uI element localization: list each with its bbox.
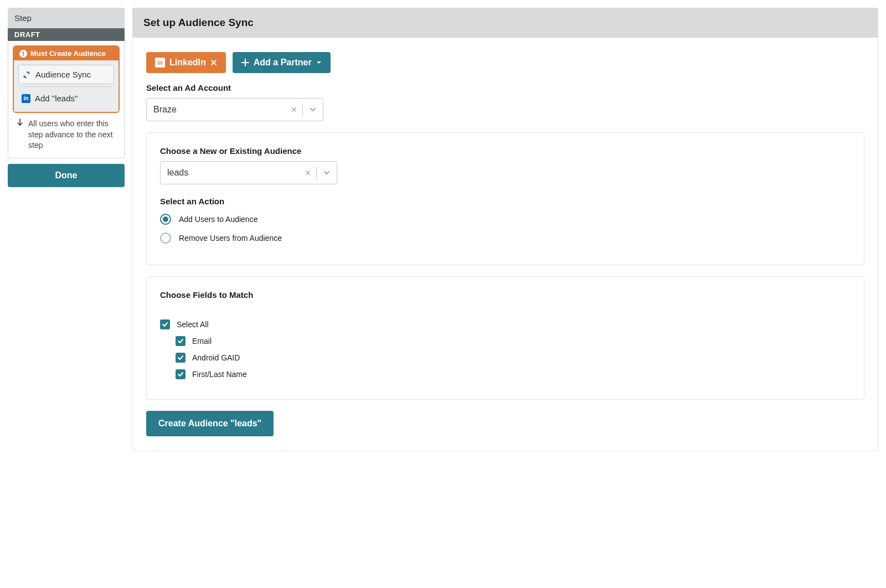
main-body: in LinkedIn Add a Partner Select a	[132, 38, 878, 451]
card-item-audience-sync[interactable]: Audience Sync	[18, 65, 114, 84]
checkbox-label: First/Last Name	[192, 370, 247, 379]
plus-icon	[241, 59, 249, 66]
card-warning: Must Create Audience	[14, 47, 119, 60]
checkbox-icon	[176, 353, 186, 363]
warning-icon	[19, 50, 27, 58]
checkbox-select-all[interactable]: Select All	[160, 319, 851, 329]
card-item-label: Audience Sync	[35, 70, 91, 79]
checkbox-android-gaid[interactable]: Android GAID	[176, 353, 851, 363]
radio-label: Remove Users from Audience	[179, 234, 282, 243]
step-note: All users who enter this step advance to…	[13, 113, 120, 153]
create-audience-button[interactable]: Create Audience "leads"	[146, 411, 274, 436]
fields-label: Choose Fields to Match	[160, 290, 851, 300]
clear-icon[interactable]: ×	[285, 104, 302, 116]
sync-icon	[22, 70, 31, 79]
audience-label: Choose a New or Existing Audience	[160, 146, 851, 156]
checkbox-icon	[176, 369, 186, 379]
audience-select[interactable]: leads ×	[160, 161, 337, 184]
partner-pill-linkedin[interactable]: in LinkedIn	[146, 52, 226, 73]
partner-row: in LinkedIn Add a Partner	[146, 52, 864, 73]
audience-panel: Choose a New or Existing Audience leads …	[146, 132, 864, 265]
step-card-container: Must Create Audience Audience Sync in Ad…	[8, 41, 125, 158]
chevron-down-icon[interactable]	[317, 169, 337, 176]
checkbox-first-last-name[interactable]: First/Last Name	[176, 369, 851, 379]
add-partner-label: Add a Partner	[254, 58, 312, 68]
checkbox-label: Select All	[177, 320, 209, 329]
draft-badge: DRAFT	[8, 28, 125, 41]
page-title: Set up Audience Sync	[132, 8, 878, 38]
main-panel: Set up Audience Sync in LinkedIn Add a P…	[132, 8, 878, 451]
svg-rect-1	[23, 51, 24, 54]
linkedin-icon: in	[155, 58, 165, 68]
radio-icon	[160, 214, 171, 225]
step-card: Must Create Audience Audience Sync in Ad…	[13, 45, 120, 113]
ad-account-select[interactable]: Braze ×	[146, 98, 323, 121]
done-button[interactable]: Done	[8, 164, 125, 187]
checkbox-icon	[176, 336, 186, 346]
add-partner-button[interactable]: Add a Partner	[233, 52, 331, 73]
card-body: Audience Sync in Add "leads"	[14, 60, 119, 112]
close-icon[interactable]	[210, 59, 217, 66]
radio-icon	[160, 233, 171, 244]
card-item-add-leads[interactable]: in Add "leads"	[18, 89, 114, 107]
ad-account-value: Braze	[147, 105, 285, 115]
sidebar: Step DRAFT Must Create Audience Audience…	[8, 8, 125, 451]
step-header: Step	[8, 8, 125, 28]
checkbox-label: Email	[192, 337, 212, 345]
audience-value: leads	[161, 168, 299, 178]
radio-add-users[interactable]: Add Users to Audience	[160, 214, 851, 225]
divider	[22, 86, 111, 87]
partner-pill-label: LinkedIn	[169, 58, 206, 68]
svg-rect-2	[23, 55, 24, 56]
caret-down-icon	[316, 60, 322, 65]
radio-label: Add Users to Audience	[179, 215, 257, 224]
linkedin-icon: in	[22, 94, 30, 103]
ad-account-label: Select an Ad Account	[146, 83, 864, 92]
fields-panel: Choose Fields to Match Select All Email	[146, 276, 864, 400]
clear-icon[interactable]: ×	[299, 167, 316, 179]
chevron-down-icon[interactable]	[303, 106, 323, 113]
checkbox-icon	[160, 319, 170, 329]
card-item-label: Add "leads"	[35, 94, 78, 103]
checkbox-email[interactable]: Email	[176, 336, 851, 346]
arrow-down-icon	[16, 118, 24, 151]
radio-remove-users[interactable]: Remove Users from Audience	[160, 233, 851, 244]
action-label: Select an Action	[160, 197, 851, 206]
step-note-text: All users who enter this step advance to…	[28, 118, 116, 151]
card-warning-text: Must Create Audience	[30, 49, 106, 58]
checkbox-label: Android GAID	[192, 353, 240, 362]
